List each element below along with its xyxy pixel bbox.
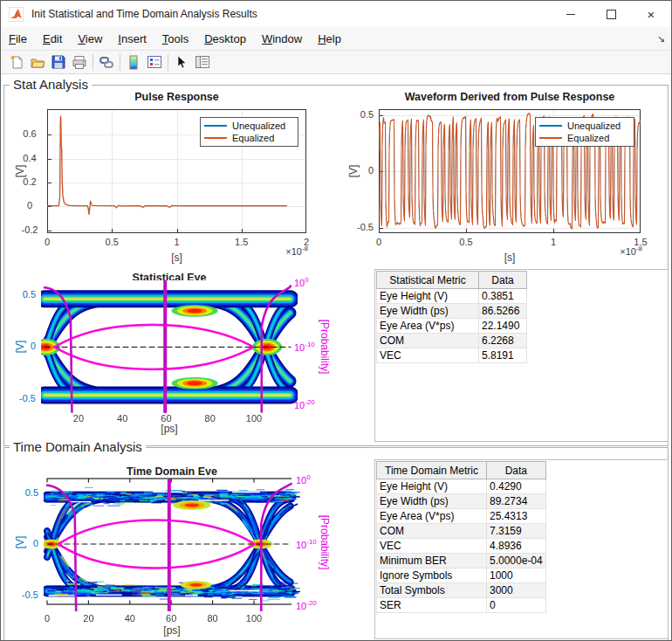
window-title: Init Statistical and Time Domain Analysi…: [31, 8, 257, 20]
table-cell: 0: [487, 598, 546, 613]
table-cell: 89.2734: [487, 494, 546, 509]
table-row: VEC4.8936: [377, 539, 546, 554]
menu-item-help[interactable]: Help: [310, 28, 349, 50]
table-cell: 5.8191: [479, 348, 527, 363]
x-tick-label: 100: [242, 413, 266, 424]
time-domain-analysis-label: Time Domain Analysis: [10, 439, 146, 454]
probability-tick-label: 10-10: [296, 538, 317, 550]
equalized-line-sample: [204, 137, 227, 139]
x-tick-label: 40: [110, 413, 134, 424]
probability-axis-label: [Probability]: [319, 515, 331, 570]
probability-tick-label: 100: [294, 276, 309, 288]
x-tick-label: 60: [159, 613, 183, 624]
x-tick-label: 1.5: [230, 237, 254, 247]
maximize-button[interactable]: [591, 1, 631, 27]
equalized-line-sample: [539, 137, 562, 139]
table-cell: VEC: [377, 348, 479, 363]
legend[interactable]: Unequalized Equalized: [200, 117, 298, 147]
minimize-button[interactable]: [551, 1, 591, 27]
table-cell: 86.5266: [479, 304, 527, 319]
toolbar-separator: [120, 54, 120, 71]
new-file-button[interactable]: [6, 52, 27, 72]
legend-icon: [147, 55, 162, 69]
table-cell: Eye Area (V*ps): [377, 509, 487, 524]
x-tick-label: 0: [367, 237, 391, 247]
legend[interactable]: Unequalized Equalized: [535, 117, 634, 147]
menu-item-edit[interactable]: Edit: [35, 28, 70, 50]
table-cell: COM: [377, 524, 487, 539]
column-header: Data: [479, 272, 527, 289]
window-controls: ×: [551, 1, 671, 27]
x-axis-exponent: ×10-8: [606, 245, 642, 257]
table-cell: Total Symbols: [377, 583, 487, 598]
menu-item-window[interactable]: Window: [254, 28, 310, 50]
table-row: SER0: [377, 598, 546, 613]
dock-figure-icon[interactable]: ↘: [657, 33, 665, 45]
column-header: Statistical Metric: [377, 272, 479, 289]
x-axis-label: [ps]: [41, 423, 298, 435]
close-button[interactable]: ×: [631, 1, 671, 27]
table-cell: Ignore Symbols: [377, 569, 487, 583]
x-tick-label: 0: [35, 237, 59, 247]
table-row: Eye Area (V*ps)22.1490: [377, 319, 527, 334]
y-tick-label: 0.5: [16, 487, 38, 498]
x-tick-label: 20: [76, 613, 100, 624]
matlab-figure-window: Init Statistical and Time Domain Analysi…: [0, 0, 672, 641]
statistical-eye-plot[interactable]: [41, 280, 298, 413]
table-cell: 1000: [487, 569, 546, 583]
table-cell: COM: [377, 334, 479, 348]
x-tick-label: 80: [198, 413, 223, 424]
table-row: Eye Width (ps)86.5266: [377, 304, 527, 319]
column-header: Data: [487, 462, 546, 479]
save-floppy-icon: [51, 55, 65, 69]
time-domain-eye-plot[interactable]: [44, 475, 300, 611]
table-cell: Eye Width (ps): [377, 494, 487, 509]
x-tick-label: 1: [541, 237, 566, 247]
open-file-button[interactable]: [27, 52, 48, 72]
y-tick-label: 0.4: [17, 153, 42, 163]
stat-analysis-label: Stat Analysis: [10, 77, 92, 92]
x-tick-label: 0.5: [454, 237, 478, 247]
colorbar-icon: [127, 55, 140, 70]
insert-colorbar-button[interactable]: [123, 52, 144, 72]
plot-title: Waveform Derived from Pulse Response: [379, 91, 641, 103]
property-inspector-icon: [195, 55, 210, 69]
table-cell: 6.2268: [479, 334, 527, 348]
time-domain-metrics-panel: Time Domain MetricDataEye Height (V)0.42…: [374, 459, 669, 639]
table-cell: VEC: [377, 539, 487, 554]
menu-item-view[interactable]: View: [70, 28, 110, 50]
table-row: Total Symbols3000: [377, 583, 546, 598]
edit-plot-button[interactable]: [171, 52, 192, 72]
x-tick-label: 0.5: [99, 237, 124, 247]
x-tick-label: 40: [118, 613, 142, 624]
print-figure-button[interactable]: [69, 52, 90, 72]
x-axis-label: [ps]: [44, 624, 300, 637]
menu-item-file[interactable]: File: [1, 28, 35, 50]
table-cell: SER: [377, 598, 487, 613]
menu-item-tools[interactable]: Tools: [154, 28, 196, 50]
minimize-icon: [566, 14, 575, 15]
x-tick-label: 20: [66, 413, 91, 424]
insert-legend-button[interactable]: [144, 52, 165, 72]
x-axis-exponent: ×10-8: [271, 245, 308, 257]
x-axis-label: [s]: [379, 252, 641, 264]
menu-item-insert[interactable]: Insert: [110, 28, 154, 50]
property-inspector-button[interactable]: [192, 52, 213, 72]
y-tick-label: 0: [16, 538, 38, 548]
x-axis-label: [s]: [47, 252, 306, 264]
menu-bar: FileEditViewInsertToolsDesktopWindowHelp…: [1, 27, 671, 51]
menu-item-desktop[interactable]: Desktop: [196, 28, 254, 50]
table-row: COM7.3159: [377, 524, 546, 539]
cursor-arrow-icon: [175, 55, 188, 70]
save-figure-button[interactable]: [48, 52, 69, 72]
unequalized-line-sample: [204, 125, 227, 127]
link-plot-button[interactable]: [96, 52, 117, 72]
y-tick-label: 0.5: [349, 109, 374, 120]
table-row: Eye Height (V)0.4290: [377, 479, 546, 494]
x-tick-label: 60: [154, 413, 178, 424]
table-row: Eye Width (ps)89.2734: [377, 494, 546, 509]
y-tick-label: 0: [13, 341, 36, 351]
probability-tick-label: 10-10: [294, 341, 315, 353]
table-cell: 7.3159: [487, 524, 546, 539]
figure-content: Stat Analysis Time Domain Analysis Pulse…: [1, 74, 671, 640]
